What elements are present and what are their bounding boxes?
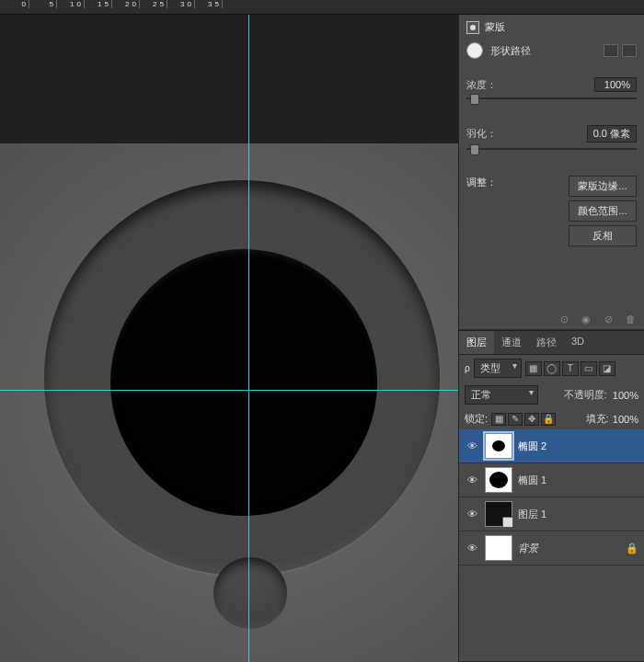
layer-name[interactable]: 椭圆 2: [518, 439, 546, 453]
layer-row[interactable]: 👁椭圆 1: [459, 463, 644, 497]
opacity-value[interactable]: 100%: [613, 390, 638, 401]
mask-panel: 蒙版 形状路径 浓度： 100% 羽化： 0.0 像素: [459, 15, 644, 330]
tab-通道[interactable]: 通道: [494, 331, 529, 354]
density-value[interactable]: 100%: [594, 77, 637, 92]
layer-name[interactable]: 背景: [518, 542, 538, 555]
layer-row[interactable]: 👁图层 1: [459, 497, 644, 531]
shape-bottom-bump: [213, 557, 287, 629]
visibility-eye-icon[interactable]: 👁: [465, 508, 479, 520]
visibility-eye-icon[interactable]: 👁: [465, 439, 479, 452]
layer-thumbnail[interactable]: [485, 535, 512, 561]
lock-icon: 🔒: [626, 542, 638, 554]
mask-view-icon[interactable]: ◉: [580, 313, 592, 325]
mask-path-label: 形状路径: [490, 44, 531, 58]
guide-horizontal[interactable]: [0, 390, 458, 391]
tab-图层[interactable]: 图层: [459, 331, 494, 354]
filter-icon-1[interactable]: ◯: [544, 361, 560, 376]
mask-delete-icon[interactable]: 🗑: [624, 313, 637, 325]
lock-label: 锁定:: [465, 412, 488, 426]
visibility-eye-icon[interactable]: 👁: [465, 542, 479, 554]
lock-icon-2[interactable]: ✥: [524, 413, 539, 426]
vector-mask-button[interactable]: [622, 44, 637, 57]
canvas-area[interactable]: [0, 15, 458, 662]
layer-thumbnail[interactable]: [485, 501, 512, 527]
mask-edge-button[interactable]: 蒙版边缘...: [569, 176, 637, 197]
filter-icon-0[interactable]: ▦: [525, 361, 542, 376]
mask-icon: [466, 21, 479, 34]
feather-label: 羽化：: [466, 127, 497, 141]
layers-panel: 图层通道路径3D ρ 类型 ▦◯T▭◪ 正常 不透明度: 100% 锁定: ▦✎…: [459, 330, 644, 662]
color-range-button[interactable]: 颜色范围...: [569, 200, 637, 222]
mask-thumb-icon: [466, 42, 483, 59]
invert-button[interactable]: 反相: [569, 225, 637, 246]
filter-kind-dropdown[interactable]: 类型: [474, 359, 522, 378]
layer-name[interactable]: 图层 1: [518, 508, 546, 521]
tab-路径[interactable]: 路径: [529, 331, 564, 354]
opacity-label: 不透明度:: [564, 388, 607, 402]
mask-disable-icon[interactable]: ⊘: [602, 313, 615, 325]
filter-icon-2[interactable]: T: [562, 361, 579, 376]
adjust-label: 调整：: [466, 176, 497, 246]
shape-inner-circle: [110, 249, 377, 516]
lock-icon-0[interactable]: ▦: [491, 413, 506, 426]
pixel-mask-button[interactable]: [604, 44, 618, 57]
fill-value[interactable]: 100%: [613, 414, 638, 425]
visibility-eye-icon[interactable]: 👁: [465, 474, 479, 486]
density-label: 浓度：: [466, 78, 497, 92]
filter-icon-4[interactable]: ◪: [599, 361, 615, 376]
layer-row[interactable]: 👁背景🔒: [459, 531, 644, 565]
mask-apply-icon[interactable]: ⊙: [558, 313, 570, 325]
lock-icon-1[interactable]: ✎: [508, 413, 523, 426]
mask-panel-title: 蒙版: [485, 20, 505, 34]
density-slider[interactable]: [459, 97, 644, 107]
guide-vertical[interactable]: [248, 15, 249, 662]
tab-3D[interactable]: 3D: [564, 331, 592, 354]
filter-icon-3[interactable]: ▭: [581, 361, 597, 376]
layer-row[interactable]: 👁椭圆 2: [459, 429, 644, 463]
filter-kind-icon: ρ: [465, 363, 470, 373]
layer-name[interactable]: 椭圆 1: [518, 474, 546, 487]
lock-icon-3[interactable]: 🔒: [541, 413, 556, 426]
feather-value[interactable]: 0.0 像素: [587, 125, 637, 143]
layer-thumbnail[interactable]: [485, 433, 512, 459]
layer-thumbnail[interactable]: [485, 467, 512, 493]
feather-slider[interactable]: [459, 148, 644, 157]
ruler-horizontal: 05101520253035: [0, 0, 644, 15]
canvas-offscreen: [0, 15, 458, 143]
blend-mode-dropdown[interactable]: 正常: [465, 385, 538, 405]
fill-label: 填充:: [586, 412, 609, 426]
